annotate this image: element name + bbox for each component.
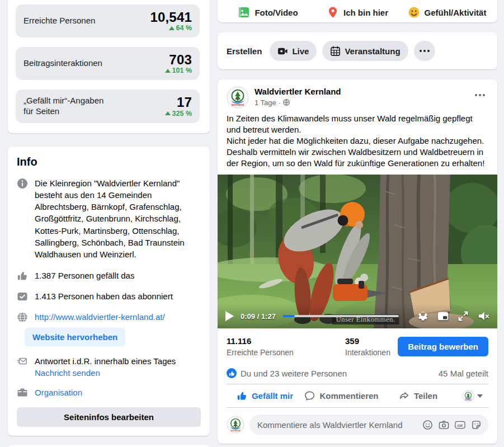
- page-avatar: [227, 416, 244, 434]
- comment-button[interactable]: Kommentieren: [303, 386, 380, 406]
- sticker-icon[interactable]: [471, 420, 482, 430]
- page-followers-text: 1.413 Personen haben das abonniert: [35, 290, 173, 302]
- post-text-line: Nicht jeder hat die Möglichkeiten dazu, …: [227, 135, 488, 147]
- live-button[interactable]: Live: [270, 41, 317, 61]
- fullscreen-icon[interactable]: [457, 310, 469, 322]
- main-feed-column: Foto/Video Ich bin hier Gefühl/Aktivität…: [218, 0, 497, 444]
- page-insights-card: Erreichte Personen 10,541 64 % Beitragsi…: [8, 0, 210, 133]
- svg-text:GIF: GIF: [457, 424, 463, 427]
- post-composer-card: Foto/Video Ich bin hier Gefühl/Aktivität: [218, 0, 497, 22]
- composer-checkin-button[interactable]: Ich bin hier: [313, 2, 402, 22]
- stat-post-interactions[interactable]: Beitragsinteraktionen 703 101 %: [16, 47, 200, 80]
- interactions-stat: 359 Interaktionen: [345, 336, 398, 357]
- comment-bubble-icon: [304, 390, 315, 401]
- promote-website-button[interactable]: Website hervorheben: [25, 328, 125, 346]
- post-timestamp[interactable]: 1 Tage: [255, 98, 276, 107]
- location-pin-icon: [327, 6, 339, 18]
- interact-as-selector[interactable]: [456, 386, 488, 406]
- thumb-up-icon: [237, 390, 247, 401]
- post-card: Waldviertler Kernland 1 Tage · In Zeiten…: [218, 79, 497, 444]
- post-stats-row: 11.116 Erreichte Personen 359 Interaktio…: [218, 328, 497, 364]
- share-button-label: Teilen: [414, 391, 437, 401]
- comment-input-pill[interactable]: GIF: [249, 415, 488, 435]
- composer-action-label: Ich bin hier: [343, 8, 388, 17]
- edit-page-info-button[interactable]: Seiteninfos bearbeiten: [17, 407, 201, 427]
- stat-page-likes[interactable]: „Gefällt mir“-Angaben für Seiten 17 325 …: [16, 90, 200, 123]
- page-avatar[interactable]: [227, 86, 249, 109]
- stat-delta: 64 %: [150, 24, 192, 32]
- play-button[interactable]: [225, 311, 234, 321]
- event-button[interactable]: Veranstaltung: [322, 41, 408, 61]
- video-progress-bar[interactable]: [282, 315, 399, 317]
- arrow-up-icon: [165, 69, 171, 73]
- like-button[interactable]: Gefällt mir: [227, 386, 303, 406]
- volume-muted-icon[interactable]: [477, 310, 489, 322]
- event-button-label: Veranstaltung: [345, 46, 400, 56]
- settings-gear-icon[interactable]: [417, 310, 429, 322]
- post-header-text: Waldviertler Kernland 1 Tage ·: [255, 86, 472, 107]
- picture-in-picture-icon[interactable]: [437, 310, 449, 322]
- message-response-row: Antwortet i.d.R. innerhalb eines Tages N…: [17, 355, 201, 379]
- comment-input[interactable]: [257, 420, 417, 430]
- page-info-card: Info Die Kleinregion "Waldviertler Kernl…: [8, 147, 210, 436]
- boost-post-button[interactable]: Beitrag bewerben: [398, 337, 488, 356]
- send-message-link[interactable]: Nachricht senden: [35, 368, 100, 378]
- ellipsis-icon: [420, 50, 430, 52]
- create-bar-card: Erstellen Live Veranstaltung: [218, 32, 497, 69]
- composer-photo-video-button[interactable]: Foto/Video: [223, 2, 313, 22]
- post-text: In Zeiten des Klimawandels muss unser Wa…: [218, 109, 497, 175]
- briefcase-icon: [17, 387, 28, 398]
- stat-delta: 325 %: [165, 110, 192, 117]
- post-menu-button[interactable]: [472, 86, 488, 101]
- facebook-page-admin-view: Erreichte Personen 10,541 64 % Beitragsi…: [0, 0, 504, 447]
- stat-value-block: 703 101 %: [165, 53, 192, 74]
- like-reaction-icon: [227, 368, 237, 378]
- stat-value: 703: [165, 53, 192, 67]
- share-button[interactable]: Teilen: [380, 386, 456, 406]
- social-proof-row: Du und 23 weitere Personen 45 Mal geteil…: [218, 364, 497, 384]
- more-actions-button[interactable]: [414, 41, 435, 61]
- like-button-label: Gefällt mir: [252, 391, 293, 401]
- public-globe-icon: [283, 99, 290, 106]
- calendar-icon: [330, 46, 341, 57]
- stat-value-block: 10,541 64 %: [150, 10, 192, 32]
- arrow-up-icon: [169, 26, 175, 30]
- page-avatar: [462, 390, 474, 402]
- stat-reached-persons[interactable]: Erreichte Personen 10,541 64 %: [16, 4, 200, 37]
- left-sidebar: Erreichte Personen 10,541 64 % Beitragsi…: [8, 0, 210, 447]
- camera-icon[interactable]: [439, 420, 449, 430]
- likes-summary[interactable]: Du und 23 weitere Personen: [241, 369, 439, 378]
- stat-delta: 101 %: [165, 67, 192, 74]
- stat-value-block: 17 325 %: [165, 95, 192, 117]
- composer-feeling-button[interactable]: Gefühl/Aktivität: [402, 2, 492, 22]
- reached-label: Erreichte Personen: [227, 348, 345, 357]
- post-video-player[interactable]: Unser Einkommen. 0:09 / 1:27: [218, 175, 497, 328]
- info-circle-icon: [17, 178, 28, 189]
- post-text-line: Deshalb vermitteln wir zwischen Waldbesi…: [227, 147, 488, 169]
- page-followers-row: 1.413 Personen haben das abonniert: [17, 290, 201, 302]
- video-time: 0:09 / 1:27: [241, 312, 276, 321]
- post-author-name[interactable]: Waldviertler Kernland: [255, 86, 472, 97]
- website-row: http://www.waldviertler-kernland.at/: [17, 311, 201, 323]
- info-description-row: Die Kleinregion "Waldviertler Kernland" …: [17, 177, 201, 261]
- info-title: Info: [17, 156, 201, 168]
- photos-card-partial: F: [8, 445, 210, 447]
- emoji-icon[interactable]: [422, 420, 433, 430]
- gif-icon[interactable]: GIF: [455, 420, 465, 430]
- live-video-icon: [277, 46, 288, 57]
- stat-value: 10,541: [150, 10, 192, 24]
- post-text-line: In Zeiten des Klimawandels muss unser Wa…: [227, 113, 488, 135]
- comment-button-label: Kommentieren: [319, 391, 378, 401]
- page-likes-row: 1.387 Personen gefällt das: [17, 270, 201, 281]
- interactions-value: 359: [345, 336, 398, 346]
- post-meta: 1 Tage ·: [255, 98, 472, 107]
- stat-label: Erreichte Personen: [23, 16, 95, 26]
- category-link[interactable]: Organisation: [35, 387, 82, 398]
- shares-summary[interactable]: 45 Mal geteilt: [439, 369, 488, 378]
- video-controls: 0:09 / 1:27: [218, 304, 497, 328]
- ellipsis-icon: [475, 94, 485, 96]
- stat-value: 17: [165, 95, 192, 109]
- share-arrow-icon: [399, 390, 409, 401]
- composer-action-label: Gefühl/Aktivität: [425, 8, 487, 17]
- website-link[interactable]: http://www.waldviertler-kernland.at/: [35, 311, 165, 323]
